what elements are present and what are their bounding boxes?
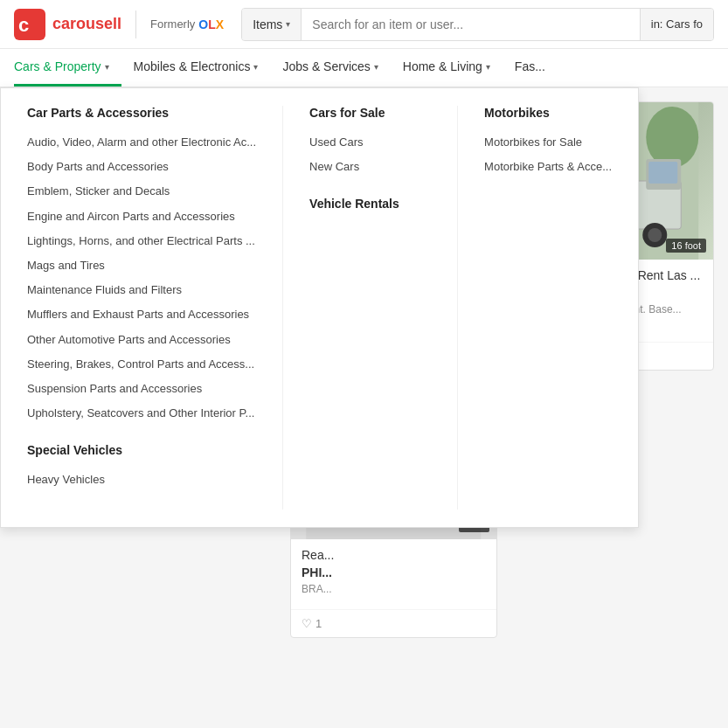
items-chevron-icon: ▾ — [286, 19, 290, 29]
dropdown-item-body[interactable]: Body Parts and Accessories — [27, 155, 256, 179]
nav-bar: Cars & Property ▾ Mobiles & Electronics … — [0, 49, 728, 87]
dropdown-item-mags[interactable]: Mags and Tires — [27, 253, 256, 278]
dropdown-section-cars-sale: Cars for Sale Used Cars New Cars — [309, 106, 431, 179]
logo-area: c carousell — [14, 9, 121, 40]
dropdown-col1-header: Car Parts & Accessories — [27, 106, 256, 120]
location-text: in: Cars fo — [651, 17, 703, 31]
nav-item-mobiles[interactable]: Mobiles & Electronics ▾ — [121, 49, 271, 87]
dropdown-item-engine[interactable]: Engine and Aircon Parts and Accessories — [27, 205, 256, 229]
olx-x: X — [216, 17, 224, 31]
formerly-text: Formerly — [150, 17, 195, 31]
nav-label-mobiles: Mobiles & Electronics — [134, 59, 251, 73]
dropdown-col3-header: Motorbikes — [484, 106, 612, 120]
formerly-label: Formerly OLX — [150, 17, 224, 31]
dropdown-item-motorbike-parts[interactable]: Motorbike Parts & Acce... — [484, 155, 612, 179]
carousell-wordmark: carousell — [52, 15, 121, 33]
svg-point-14 — [646, 107, 698, 168]
olx-o: O — [198, 17, 208, 31]
olx-logo: OLX — [198, 17, 224, 31]
nav-item-fashion[interactable]: Fas... — [503, 49, 558, 87]
svg-point-22 — [648, 228, 662, 242]
nav-label-jobs: Jobs & Services — [282, 59, 370, 73]
dropdown-item-used-cars[interactable]: Used Cars — [309, 130, 431, 155]
card-body-2: Rea... PHI... BRA... — [291, 539, 496, 609]
dropdown-item-upholstery[interactable]: Upholstery, Seatcovers and Other Interio… — [27, 401, 256, 426]
nav-item-cars-property[interactable]: Cars & Property ▾ — [14, 49, 121, 87]
dropdown-item-emblem[interactable]: Emblem, Sticker and Decals — [27, 179, 256, 204]
dropdown-section-car-parts: Car Parts & Accessories Audio, Video, Al… — [27, 106, 256, 426]
like-count-2: 1 — [315, 617, 322, 630]
items-dropdown[interactable]: Items ▾ — [242, 9, 302, 40]
nav-item-jobs[interactable]: Jobs & Services ▾ — [270, 49, 390, 87]
header: c carousell Formerly OLX Items ▾ in: Car… — [0, 0, 728, 49]
like-button-2[interactable]: ♡ 1 — [302, 617, 322, 630]
dropdown-item-maintenance[interactable]: Maintenance Fluids and Filters — [27, 278, 256, 302]
search-location[interactable]: in: Cars fo — [640, 9, 713, 40]
nav-label-home: Home & Living — [403, 59, 482, 73]
dropdown-item-mufflers[interactable]: Mufflers and Exhaust Parts and Accessori… — [27, 302, 256, 327]
card-badge-1: 16 foot — [666, 239, 706, 253]
card-title-2: Rea... — [302, 548, 486, 562]
olx-l: L — [208, 17, 216, 31]
nav-label-cars-property: Cars & Property — [14, 59, 101, 73]
carousell-logo-icon: c — [14, 9, 45, 40]
dropdown-item-motorbikes-sale[interactable]: Motorbikes for Sale — [484, 130, 612, 155]
nav-label-fashion: Fas... — [515, 59, 545, 73]
dropdown-section-vehicle-rentals: Vehicle Rentals — [309, 197, 431, 211]
nav-chevron-jobs: ▾ — [374, 62, 378, 72]
dropdown-col-2: Cars for Sale Used Cars New Cars Vehicle… — [282, 106, 457, 510]
dropdown-item-new-cars[interactable]: New Cars — [309, 155, 431, 179]
dropdown-col1-section2-header: Special Vehicles — [27, 443, 256, 457]
dropdown-item-steering[interactable]: Steering, Brakes, Control Parts and Acce… — [27, 352, 256, 377]
heart-icon-2: ♡ — [302, 617, 312, 630]
dropdown-col2-header: Cars for Sale — [309, 106, 431, 120]
dropdown-col-3: Motorbikes Motorbikes for Sale Motorbike… — [457, 106, 638, 510]
dropdown-item-heavy[interactable]: Heavy Vehicles — [27, 468, 256, 492]
card-footer-2: ♡ 1 — [291, 609, 496, 637]
search-area: Items ▾ in: Cars fo — [241, 8, 714, 41]
mega-dropdown: Car Parts & Accessories Audio, Video, Al… — [0, 87, 639, 528]
dropdown-item-lightings[interactable]: Lightings, Horns, and other Electrical P… — [27, 229, 256, 253]
dropdown-item-suspension[interactable]: Suspension Parts and Accessories — [27, 377, 256, 401]
items-label: Items — [253, 17, 282, 31]
dropdown-col-1: Car Parts & Accessories Audio, Video, Al… — [1, 106, 282, 510]
svg-rect-18 — [648, 162, 677, 184]
nav-chevron-cars: ▾ — [105, 62, 109, 72]
dropdown-item-audio[interactable]: Audio, Video, Alarm and other Electronic… — [27, 130, 256, 155]
dropdown-section-motorbikes: Motorbikes Motorbikes for Sale Motorbike… — [484, 106, 612, 179]
dropdown-col2-section2-header: Vehicle Rentals — [309, 197, 431, 211]
dropdown-item-other-auto[interactable]: Other Automotive Parts and Accessories — [27, 328, 256, 352]
card-desc-2: BRA... — [302, 583, 486, 595]
nav-chevron-home: ▾ — [486, 62, 490, 72]
header-divider — [135, 10, 136, 38]
search-input[interactable] — [302, 9, 639, 40]
nav-item-home[interactable]: Home & Living ▾ — [391, 49, 503, 87]
card-price-2: PHI... — [302, 565, 486, 579]
nav-chevron-mobiles: ▾ — [253, 62, 258, 72]
dropdown-section-special-vehicles: Special Vehicles Heavy Vehicles — [27, 443, 256, 492]
svg-text:c: c — [18, 14, 29, 36]
